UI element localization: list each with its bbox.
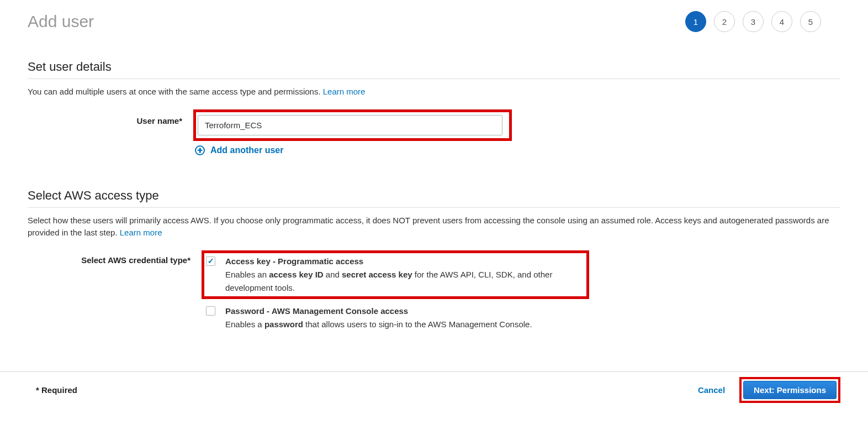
footer-bar: * Required Cancel Next: Permissions [0, 371, 868, 404]
username-label: User name* [28, 109, 182, 125]
username-input[interactable] [198, 115, 502, 135]
next-permissions-button[interactable]: Next: Permissions [743, 381, 837, 399]
required-note: * Required [36, 385, 77, 395]
next-button-highlight: Next: Permissions [739, 377, 840, 403]
cancel-button[interactable]: Cancel [698, 385, 725, 395]
learn-more-link-access[interactable]: Learn more [120, 228, 162, 237]
step-4[interactable]: 4 [771, 11, 792, 32]
step-1[interactable]: 1 [685, 11, 706, 32]
page-title: Add user [28, 12, 94, 31]
credential-option-password[interactable]: Password - AWS Management Console access… [206, 305, 840, 331]
cred-access-key-title: Access key - Programmatic access [225, 255, 581, 268]
wizard-steps: 1 2 3 4 5 [685, 11, 821, 32]
cred-access-key-desc: Enables an access key ID and secret acce… [225, 268, 581, 295]
add-another-user-button[interactable]: Add another user [195, 145, 840, 155]
section-user-details-title: Set user details [28, 60, 840, 79]
section-access-type-title: Select AWS access type [28, 188, 840, 208]
learn-more-link-details[interactable]: Learn more [323, 87, 366, 96]
credential-highlight: Access key - Programmatic access Enables… [202, 250, 589, 299]
credential-option-access-key[interactable]: Access key - Programmatic access Enables… [206, 255, 581, 295]
section-user-details-desc: You can add multiple users at once with … [28, 86, 840, 98]
checkbox-password[interactable] [206, 306, 215, 316]
checkbox-access-key[interactable] [206, 256, 215, 266]
credential-type-label: Select AWS credential type* [28, 250, 190, 265]
step-3[interactable]: 3 [743, 11, 764, 32]
cred-password-title: Password - AWS Management Console access [225, 305, 532, 318]
step-2[interactable]: 2 [714, 11, 735, 32]
username-highlight [193, 109, 512, 141]
section-access-type-desc: Select how these users will primarily ac… [28, 214, 840, 239]
step-5[interactable]: 5 [800, 11, 821, 32]
add-another-user-label: Add another user [210, 145, 283, 155]
cred-password-desc: Enables a password that allows users to … [225, 318, 532, 331]
plus-circle-icon [195, 145, 205, 155]
